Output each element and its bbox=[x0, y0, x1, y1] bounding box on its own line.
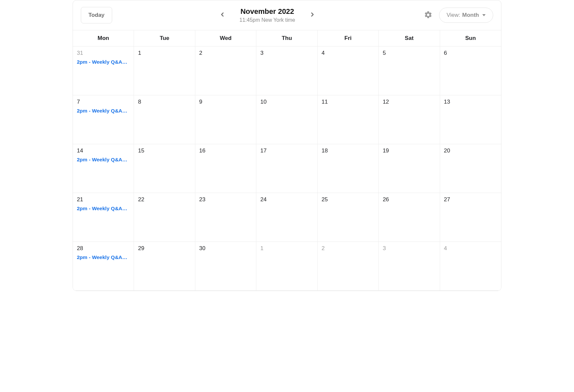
prev-month-button[interactable] bbox=[217, 9, 228, 21]
calendar-event[interactable]: 2pm - Weekly Q&A… bbox=[77, 157, 130, 163]
day-number: 12 bbox=[383, 99, 435, 105]
gear-icon bbox=[424, 11, 432, 20]
day-cell[interactable]: 142pm - Weekly Q&A… bbox=[73, 144, 134, 193]
day-number: 4 bbox=[322, 50, 374, 56]
day-cell[interactable]: 23 bbox=[195, 193, 256, 242]
day-number: 26 bbox=[383, 196, 435, 203]
day-cell[interactable]: 20 bbox=[440, 144, 501, 193]
view-prefix-label: View: bbox=[447, 12, 460, 18]
day-number: 1 bbox=[260, 245, 313, 252]
day-cell[interactable]: 6 bbox=[440, 47, 501, 95]
timezone-subtitle: 11:45pm New York time bbox=[239, 17, 295, 23]
calendar-container: Today November 2022 11:45pm New York tim… bbox=[73, 0, 501, 291]
day-number: 23 bbox=[199, 196, 252, 203]
day-cell[interactable]: 1 bbox=[134, 47, 195, 95]
day-cell[interactable]: 25 bbox=[318, 193, 379, 242]
day-cell[interactable]: 17 bbox=[256, 144, 317, 193]
calendar-event[interactable]: 2pm - Weekly Q&A… bbox=[77, 206, 130, 212]
day-number: 16 bbox=[199, 147, 252, 154]
weekday-header: Sat bbox=[379, 30, 440, 47]
settings-button[interactable] bbox=[423, 9, 434, 21]
day-cell[interactable]: 1 bbox=[256, 242, 317, 291]
day-number: 19 bbox=[383, 147, 435, 154]
day-cell[interactable]: 9 bbox=[195, 95, 256, 144]
toolbar-right: View: Month bbox=[423, 8, 493, 23]
weekday-header: Fri bbox=[318, 30, 379, 47]
day-cell[interactable]: 5 bbox=[379, 47, 440, 95]
day-number: 14 bbox=[77, 147, 130, 154]
day-number: 9 bbox=[199, 99, 252, 105]
day-number: 29 bbox=[138, 245, 191, 252]
day-number: 5 bbox=[383, 50, 435, 56]
day-number: 4 bbox=[444, 245, 497, 252]
chevron-right-icon bbox=[309, 11, 316, 19]
day-number: 20 bbox=[444, 147, 497, 154]
day-cell[interactable]: 15 bbox=[134, 144, 195, 193]
day-cell[interactable]: 3 bbox=[379, 242, 440, 291]
day-cell[interactable]: 10 bbox=[256, 95, 317, 144]
weekday-header: Tue bbox=[134, 30, 195, 47]
day-cell[interactable]: 30 bbox=[195, 242, 256, 291]
view-selector[interactable]: View: Month bbox=[439, 8, 493, 23]
day-number: 31 bbox=[77, 50, 130, 56]
day-cell[interactable]: 3 bbox=[256, 47, 317, 95]
day-number: 1 bbox=[138, 50, 191, 56]
caret-down-icon bbox=[482, 14, 486, 16]
day-number: 13 bbox=[444, 99, 497, 105]
day-cell[interactable]: 19 bbox=[379, 144, 440, 193]
day-number: 8 bbox=[138, 99, 191, 105]
day-cell[interactable]: 2 bbox=[318, 242, 379, 291]
calendar-event[interactable]: 2pm - Weekly Q&A… bbox=[77, 59, 130, 65]
day-number: 10 bbox=[260, 99, 313, 105]
day-cell[interactable]: 4 bbox=[440, 242, 501, 291]
day-cell[interactable]: 312pm - Weekly Q&A… bbox=[73, 47, 134, 95]
day-number: 3 bbox=[383, 245, 435, 252]
day-number: 30 bbox=[199, 245, 252, 252]
day-number: 6 bbox=[444, 50, 497, 56]
day-cell[interactable]: 8 bbox=[134, 95, 195, 144]
weekday-header: Thu bbox=[256, 30, 317, 47]
day-number: 25 bbox=[322, 196, 374, 203]
day-cell[interactable]: 13 bbox=[440, 95, 501, 144]
chevron-left-icon bbox=[219, 11, 226, 19]
day-number: 24 bbox=[260, 196, 313, 203]
month-title: November 2022 bbox=[239, 7, 295, 16]
day-number: 28 bbox=[77, 245, 130, 252]
next-month-button[interactable] bbox=[307, 9, 318, 21]
day-number: 2 bbox=[322, 245, 374, 252]
calendar-toolbar: Today November 2022 11:45pm New York tim… bbox=[73, 0, 501, 30]
day-cell[interactable]: 11 bbox=[318, 95, 379, 144]
day-number: 21 bbox=[77, 196, 130, 203]
calendar-event[interactable]: 2pm - Weekly Q&A… bbox=[77, 108, 130, 114]
day-cell[interactable]: 29 bbox=[134, 242, 195, 291]
day-number: 2 bbox=[199, 50, 252, 56]
calendar-event[interactable]: 2pm - Weekly Q&A… bbox=[77, 254, 130, 260]
today-button[interactable]: Today bbox=[81, 7, 112, 23]
day-number: 15 bbox=[138, 147, 191, 154]
weekday-header: Mon bbox=[73, 30, 134, 47]
day-cell[interactable]: 26 bbox=[379, 193, 440, 242]
month-title-block: November 2022 11:45pm New York time bbox=[239, 7, 295, 23]
day-cell[interactable]: 16 bbox=[195, 144, 256, 193]
day-number: 3 bbox=[260, 50, 313, 56]
day-cell[interactable]: 22 bbox=[134, 193, 195, 242]
view-value-label: Month bbox=[462, 12, 479, 18]
calendar-grid: 312pm - Weekly Q&A…12345672pm - Weekly Q… bbox=[73, 47, 501, 291]
day-number: 22 bbox=[138, 196, 191, 203]
day-cell[interactable]: 2 bbox=[195, 47, 256, 95]
day-number: 11 bbox=[322, 99, 374, 105]
day-cell[interactable]: 18 bbox=[318, 144, 379, 193]
day-cell[interactable]: 27 bbox=[440, 193, 501, 242]
weekday-header: Wed bbox=[195, 30, 256, 47]
day-cell[interactable]: 72pm - Weekly Q&A… bbox=[73, 95, 134, 144]
day-number: 27 bbox=[444, 196, 497, 203]
day-cell[interactable]: 24 bbox=[256, 193, 317, 242]
day-number: 17 bbox=[260, 147, 313, 154]
day-cell[interactable]: 4 bbox=[318, 47, 379, 95]
day-cell[interactable]: 12 bbox=[379, 95, 440, 144]
weekday-header: Sun bbox=[440, 30, 501, 47]
day-number: 18 bbox=[322, 147, 374, 154]
day-cell[interactable]: 212pm - Weekly Q&A… bbox=[73, 193, 134, 242]
day-cell[interactable]: 282pm - Weekly Q&A… bbox=[73, 242, 134, 291]
month-nav: November 2022 11:45pm New York time bbox=[112, 7, 423, 23]
